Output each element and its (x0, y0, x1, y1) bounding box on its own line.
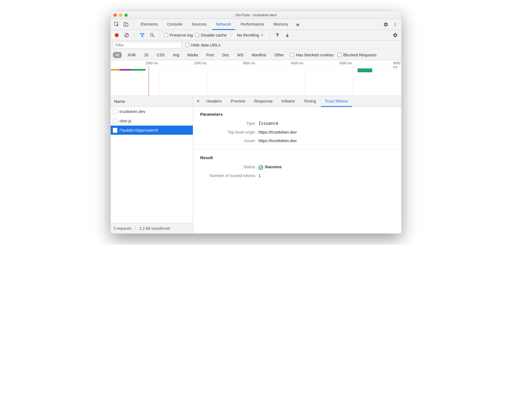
tab-response[interactable]: Response (250, 96, 277, 107)
tab-sources[interactable]: Sources (188, 19, 211, 30)
hide-data-urls-label: Hide data URLs (191, 43, 220, 47)
titlebar: DevTools - trusttoken.dev/ (111, 11, 401, 19)
clear-icon[interactable] (123, 31, 130, 39)
tab-trust-tokens[interactable]: Trust Tokens (321, 96, 352, 107)
blocked-requests-checkbox[interactable]: Blocked Requests (338, 52, 377, 57)
devtools-window: DevTools - trusttoken.dev/ Elements Cons… (110, 11, 402, 234)
param-row: Issuer https://trusttoken.dev (200, 138, 394, 143)
timeline-segment (119, 69, 131, 71)
more-tabs-icon[interactable] (294, 21, 302, 28)
timeline-segment (358, 68, 372, 72)
throttling-select[interactable]: No throttling ▼ (235, 33, 266, 37)
panel-settings-gear-icon[interactable] (391, 31, 399, 39)
param-label: Type (200, 121, 255, 126)
request-name: i?public=0&private=0 (119, 128, 158, 132)
tab-headers[interactable]: Headers (202, 96, 226, 107)
maximize-icon[interactable] (124, 13, 128, 17)
filter-icon[interactable] (138, 31, 146, 39)
timeline-ticks: 1000 ms 2000 ms 3000 ms 4000 ms 5000 ms … (111, 60, 401, 66)
hide-data-urls-checkbox[interactable]: Hide data URLs (185, 43, 220, 47)
filter-css[interactable]: CSS (154, 52, 167, 58)
tab-console[interactable]: Console (163, 19, 186, 30)
detail-panel: ✕ Headers Preview Response Initiator Tim… (193, 96, 401, 233)
filter-all[interactable]: All (113, 52, 122, 58)
filter-img[interactable]: Img (171, 52, 181, 58)
svg-line-7 (125, 34, 128, 37)
document-icon (113, 118, 117, 123)
param-row: Type Issuance (200, 121, 394, 126)
document-icon (113, 109, 117, 114)
requests-body: Name trusttoken.dev cbor.js i?public=0&p… (111, 96, 401, 233)
filter-manifest[interactable]: Manifest (249, 52, 268, 58)
tick-label: 3000 ms (243, 61, 256, 65)
timeline-segment (111, 69, 119, 71)
tab-preview[interactable]: Preview (227, 96, 249, 107)
has-blocked-cookies-label: Has blocked cookies (296, 52, 334, 57)
search-icon[interactable] (148, 31, 156, 39)
list-item[interactable]: i?public=0&private=0 (111, 126, 193, 135)
timeline-overview[interactable]: 1000 ms 2000 ms 3000 ms 4000 ms 5000 ms … (111, 60, 401, 96)
type-filters: All XHR JS CSS Img Media Font Doc WS Man… (111, 50, 401, 60)
traffic-lights (113, 13, 128, 17)
result-value: 1 (258, 173, 261, 178)
device-toggle-icon[interactable] (122, 21, 130, 28)
tab-initiator[interactable]: Initiator (278, 96, 299, 107)
result-label: Status (200, 164, 255, 169)
download-har-icon[interactable] (283, 31, 291, 39)
has-blocked-cookies-checkbox[interactable]: Has blocked cookies (290, 52, 334, 57)
preserve-log-label: Preserve log (170, 33, 193, 37)
record-button[interactable] (113, 31, 121, 39)
filter-ws[interactable]: WS (235, 52, 246, 58)
filter-xhr[interactable]: XHR (126, 52, 138, 58)
filter-input[interactable] (113, 42, 182, 48)
tick-label: 2000 ms (194, 61, 207, 65)
detail-body: Parameters Type Issuance Top level origi… (193, 107, 401, 233)
parameters-heading: Parameters (200, 112, 394, 117)
request-count: 3 requests (113, 226, 131, 231)
name-column-header[interactable]: Name (111, 96, 193, 107)
network-toolbar: Preserve log Disable cache No throttling… (111, 30, 401, 40)
disable-cache-checkbox[interactable]: Disable cache (195, 33, 227, 37)
tab-network[interactable]: Network (212, 19, 235, 30)
filter-doc[interactable]: Doc (220, 52, 231, 58)
list-item[interactable]: trusttoken.dev (111, 107, 193, 116)
svg-line-9 (153, 36, 154, 37)
close-icon[interactable]: ✕ (195, 99, 201, 104)
filter-other[interactable]: Other (272, 52, 286, 58)
blocked-requests-label: Blocked Requests (343, 52, 377, 57)
throttling-value: No throttling (237, 33, 259, 37)
param-row: Top level origin https://trusttoken.dev (200, 130, 394, 134)
window-title: DevTools - trusttoken.dev/ (111, 13, 401, 17)
filter-font[interactable]: Font (204, 52, 216, 58)
svg-point-3 (395, 23, 396, 23)
preserve-log-checkbox[interactable]: Preserve log (164, 33, 193, 37)
list-item[interactable]: cbor.js (111, 116, 193, 126)
filter-js[interactable]: JS (142, 52, 151, 58)
param-value: https://trusttoken.dev (258, 138, 297, 143)
result-row: Number of issued tokens 1 (200, 173, 394, 178)
param-label: Issuer (200, 138, 255, 143)
tab-performance[interactable]: Performance (237, 19, 268, 30)
settings-gear-icon[interactable] (382, 21, 390, 28)
tab-timing[interactable]: Timing (300, 96, 320, 107)
divider (193, 149, 401, 149)
upload-har-icon[interactable] (274, 31, 281, 39)
detail-tabs: ✕ Headers Preview Response Initiator Tim… (193, 96, 401, 107)
svg-point-5 (395, 25, 396, 26)
minimize-icon[interactable] (119, 13, 122, 17)
tab-elements[interactable]: Elements (137, 19, 162, 30)
tab-memory[interactable]: Memory (270, 19, 292, 30)
status-text: Success (265, 164, 282, 169)
tick-label: 4000 ms (291, 61, 304, 65)
transferred-size: 2.2 kB transferred (139, 226, 170, 231)
disable-cache-label: Disable cache (201, 33, 227, 37)
request-name: trusttoken.dev (119, 109, 145, 114)
kebab-menu-icon[interactable] (391, 21, 399, 28)
filter-media[interactable]: Media (185, 52, 200, 58)
close-icon[interactable] (113, 13, 117, 17)
result-heading: Result (200, 155, 394, 160)
status-bar: 3 requests 2.2 kB transferred (111, 223, 193, 233)
inspect-icon[interactable] (113, 21, 121, 28)
param-label: Top level origin (200, 130, 255, 134)
tick-label: 5000 ms (339, 61, 353, 65)
